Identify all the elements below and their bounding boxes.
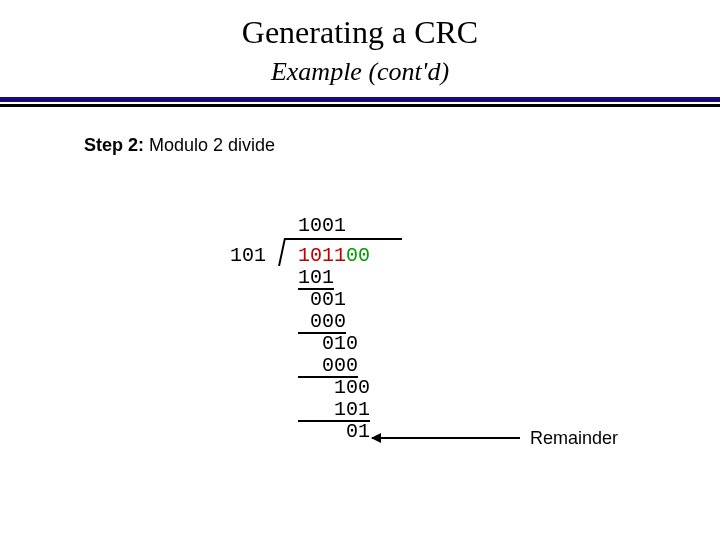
subtitle-contd: (cont'd)	[368, 57, 449, 86]
division-row: 010	[298, 333, 370, 355]
division-row: 000	[298, 355, 370, 377]
remainder-value: 01	[298, 421, 370, 443]
division-subtract: 101	[298, 401, 370, 422]
division-bar-side	[278, 238, 286, 266]
divisor: 101	[230, 245, 266, 267]
division-bar-top	[284, 238, 402, 240]
rule-purple	[0, 97, 720, 102]
quotient: 1001	[298, 215, 346, 237]
division-subtract: 101	[298, 269, 334, 290]
step-heading: Step 2: Modulo 2 divide	[84, 135, 720, 156]
remainder-label: Remainder	[530, 428, 618, 449]
division-subtract: 000	[298, 313, 346, 334]
page-title: Generating a CRC	[0, 0, 720, 51]
division-row: 000	[298, 311, 370, 333]
dividend-dataword: 1011	[298, 244, 346, 267]
step-text: Modulo 2 divide	[144, 135, 275, 155]
rule-black	[0, 104, 720, 107]
dividend: 101100	[298, 245, 370, 267]
division-row: 101	[298, 399, 370, 421]
step-label: Step 2:	[84, 135, 144, 155]
division-work: 101100 101 001 000 010 000 100 101 01	[298, 245, 370, 443]
page-subtitle: Example (cont'd)	[0, 57, 720, 87]
subtitle-example: Example	[271, 57, 362, 86]
division-row: 101	[298, 267, 370, 289]
division-row: 001	[298, 289, 370, 311]
arrow-icon	[372, 437, 520, 439]
division-row: 100	[298, 377, 370, 399]
dividend-appended-zeros: 00	[346, 244, 370, 267]
title-rule	[0, 97, 720, 107]
division-subtract: 000	[298, 357, 358, 378]
